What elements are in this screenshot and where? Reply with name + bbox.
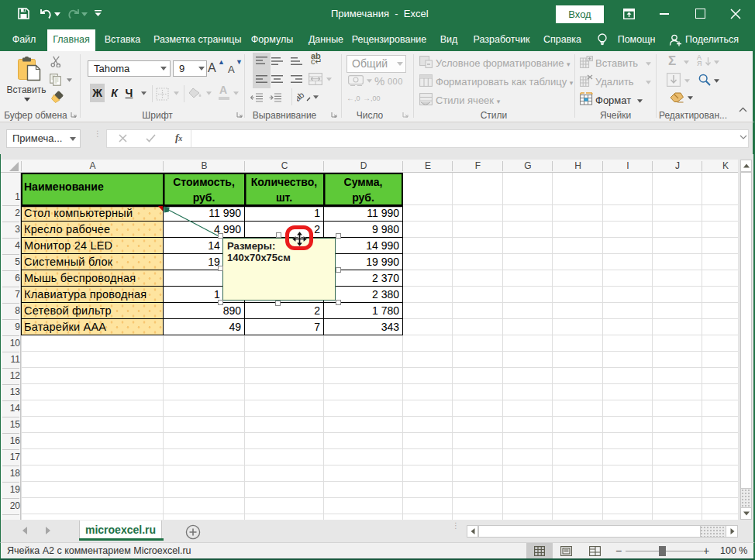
svg-text:ab: ab <box>297 91 306 103</box>
